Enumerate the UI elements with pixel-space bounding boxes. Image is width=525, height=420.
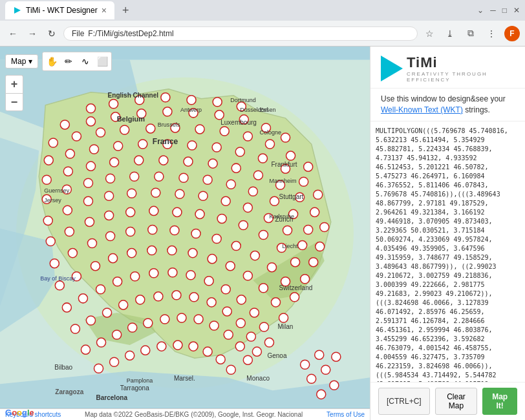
zoom-out-button[interactable]: − — [5, 93, 23, 111]
map-area[interactable]: Map ▾ ✋ ✏ ∿ ⬜ + − — [0, 47, 370, 420]
draw-polygon-tool[interactable]: ⬜ — [94, 54, 110, 69]
svg-point-39 — [188, 141, 197, 150]
svg-text:Bilbao: Bilbao — [54, 364, 72, 371]
minimize-button[interactable]: ─ — [490, 6, 496, 15]
svg-point-157 — [81, 345, 90, 354]
svg-point-78 — [127, 189, 136, 198]
svg-text:Frankfurt: Frankfurt — [271, 161, 297, 168]
profile-button[interactable]: F — [504, 26, 520, 41]
svg-point-113 — [267, 263, 276, 272]
svg-text:Switzerland: Switzerland — [279, 284, 313, 291]
svg-point-44 — [299, 177, 308, 186]
svg-text:Belgium: Belgium — [117, 115, 145, 123]
map-it-button[interactable]: Map It! — [482, 388, 517, 415]
svg-point-97 — [239, 220, 248, 229]
svg-point-12 — [86, 117, 95, 126]
address-bar[interactable]: File F:/TiMi/gis/testDep2.html — [63, 26, 418, 41]
zoom-in-button[interactable]: + — [5, 75, 23, 93]
svg-point-22 — [72, 132, 81, 141]
svg-point-119 — [109, 254, 118, 263]
map-type-button[interactable]: Map ▾ — [5, 54, 38, 68]
svg-point-7 — [161, 93, 170, 102]
svg-point-89 — [65, 227, 74, 236]
svg-point-163 — [177, 313, 186, 322]
svg-point-37 — [138, 140, 147, 149]
svg-point-5 — [109, 100, 118, 109]
terms-link[interactable]: Terms of Use — [327, 411, 365, 418]
address-text: F:/TiMi/gis/testDep2.html — [88, 29, 173, 38]
svg-point-98 — [259, 230, 268, 239]
bookmark-icon[interactable]: ☆ — [422, 26, 437, 41]
panel-actions: [CTRL+C] Clear Map Map It! — [370, 382, 525, 420]
svg-point-160 — [128, 323, 137, 332]
svg-point-153 — [222, 307, 231, 316]
svg-text:Tarragona: Tarragona — [120, 384, 150, 392]
wkt-textarea[interactable] — [370, 121, 525, 382]
svg-point-127 — [259, 284, 268, 293]
google-logo: Google — [5, 408, 34, 417]
svg-point-75 — [63, 205, 72, 215]
active-tab[interactable]: TiMi - WKT Designer × — [5, 1, 114, 19]
svg-text:Cologne: Cologne — [259, 129, 281, 136]
nav-icon-group: ☆ ⤓ ⧉ ⋮ F — [422, 26, 520, 41]
svg-point-34 — [65, 149, 74, 158]
right-panel: TiMi CREATIVITY THROUGH EFFICIENCY Use t… — [370, 47, 525, 420]
svg-point-74 — [43, 216, 52, 225]
svg-text:Genoa: Genoa — [267, 352, 287, 359]
svg-point-30 — [265, 140, 274, 149]
pan-tool[interactable]: ✋ — [44, 54, 59, 69]
svg-text:Stuttgart: Stuttgart — [279, 193, 304, 200]
forward-button[interactable]: → — [25, 26, 40, 41]
clear-map-button[interactable]: Clear Map — [435, 388, 478, 415]
draw-point-tool[interactable]: ✏ — [61, 54, 76, 69]
svg-point-102 — [50, 259, 59, 268]
svg-point-24 — [120, 125, 129, 134]
svg-point-20 — [281, 133, 290, 142]
svg-point-41 — [235, 147, 244, 156]
settings-icon[interactable]: ⋮ — [484, 26, 499, 41]
svg-point-154 — [236, 319, 245, 328]
title-bar: TiMi - WKT Designer × + ⌄ ─ □ ✕ — [0, 0, 525, 21]
copy-button[interactable]: [CTRL+C] — [378, 388, 430, 415]
svg-point-161 — [144, 319, 153, 328]
svg-point-81 — [198, 191, 208, 200]
svg-point-134 — [131, 272, 140, 281]
refresh-button[interactable]: ↻ — [44, 26, 59, 41]
svg-point-85 — [283, 226, 292, 235]
svg-point-144 — [70, 324, 80, 333]
svg-point-87 — [309, 258, 318, 267]
back-button[interactable]: ← — [5, 26, 21, 41]
svg-point-65 — [155, 172, 164, 181]
map-label: Map — [11, 57, 26, 66]
svg-text:Luxembourg: Luxembourg — [220, 119, 257, 126]
svg-point-126 — [243, 271, 252, 280]
download-icon[interactable]: ⤓ — [442, 26, 458, 41]
tab-favicon — [13, 6, 22, 15]
maximize-button[interactable]: □ — [502, 6, 507, 15]
svg-point-149 — [154, 292, 163, 301]
close-button[interactable]: ✕ — [513, 6, 520, 15]
svg-point-72 — [304, 225, 313, 234]
svg-point-51 — [159, 156, 168, 165]
svg-text:Pamplona: Pamplona — [127, 377, 154, 384]
new-tab-button[interactable]: + — [122, 4, 129, 17]
svg-point-64 — [130, 172, 139, 181]
svg-point-53 — [208, 159, 217, 168]
extensions-icon[interactable]: ⧉ — [463, 26, 478, 41]
draw-line-tool[interactable]: ∿ — [78, 54, 93, 69]
tab-close-button[interactable]: × — [102, 5, 107, 16]
svg-text:Mannheim: Mannheim — [269, 178, 296, 184]
svg-point-92 — [126, 207, 135, 216]
svg-point-150 — [172, 291, 181, 300]
svg-point-131 — [78, 294, 87, 303]
svg-point-139 — [221, 285, 230, 294]
svg-text:Düsseldorf: Düsseldorf — [240, 107, 268, 113]
svg-point-124 — [208, 255, 217, 264]
svg-text:Antwerp: Antwerp — [180, 107, 202, 113]
svg-point-128 — [271, 298, 280, 307]
svg-point-101 — [301, 275, 310, 284]
svg-point-165 — [209, 321, 219, 330]
svg-point-15 — [163, 107, 172, 116]
svg-point-155 — [246, 332, 255, 341]
wkt-link[interactable]: Well-Known Text (WKT) — [381, 105, 463, 114]
